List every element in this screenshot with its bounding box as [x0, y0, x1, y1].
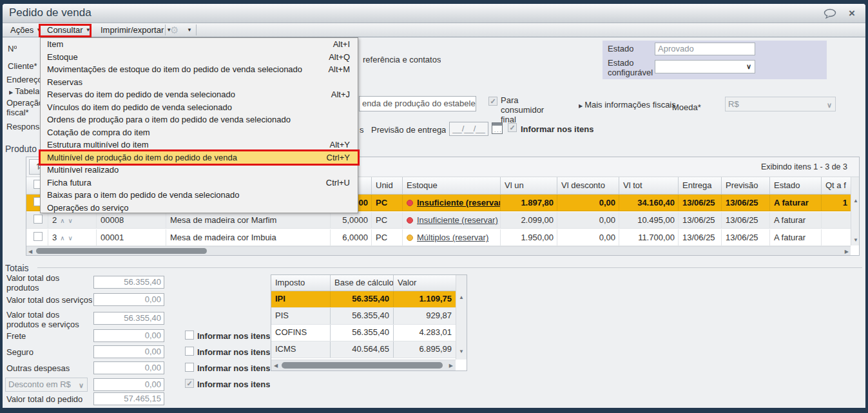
- header-vl-desconto[interactable]: Vl desconto: [557, 177, 619, 194]
- cell-previsao: 13/06/25: [722, 229, 770, 245]
- header-vl-un[interactable]: Vl un: [501, 177, 557, 194]
- scroll-down-icon[interactable]: ▼: [459, 349, 464, 354]
- menu-item[interactable]: Vínculos do item do pedido de venda sele…: [41, 101, 358, 114]
- cell-desc: Mesa de madeira cor Imbuia: [166, 229, 331, 245]
- informar-itens-checkbox-frete[interactable]: [185, 331, 194, 340]
- shortcut: Alt+J: [331, 88, 350, 101]
- settings-caret-button[interactable]: ▼: [180, 24, 196, 36]
- outras-despesas-field[interactable]: 0,00: [93, 361, 164, 374]
- desconto-field[interactable]: 0,00: [93, 378, 164, 391]
- menu-item[interactable]: ItemAlt+I: [41, 38, 358, 51]
- menu-item[interactable]: Reservas do item do pedido de venda sele…: [41, 88, 358, 101]
- menu-item[interactable]: Baixas para o item do pedido de venda se…: [41, 189, 358, 202]
- mais-informacoes-expander[interactable]: ▶Mais informações fiscais: [579, 100, 676, 110]
- header-base-calculo[interactable]: Base de cálculo: [331, 275, 394, 291]
- stock-status-yellow-icon: [407, 235, 413, 241]
- move-down-icon[interactable]: ∨: [68, 235, 73, 242]
- horizontal-scrollbar[interactable]: ◀ ▶: [26, 246, 851, 255]
- informar-itens-checkbox-entrega[interactable]: ✓: [508, 123, 517, 132]
- cell-vl-desconto: 0,00: [557, 229, 619, 245]
- menu-item[interactable]: Reservas: [41, 76, 358, 89]
- menu-item[interactable]: Estrutura multinível do itemAlt+Y: [41, 139, 358, 151]
- header-valor[interactable]: Valor: [394, 275, 456, 291]
- header-previsao[interactable]: Previsão: [722, 177, 770, 194]
- frete-field[interactable]: 0,00: [93, 329, 164, 342]
- informar-itens-checkbox-outras[interactable]: [185, 363, 194, 372]
- valor-total-pedido-field: 57.465,15: [93, 392, 164, 405]
- stock-link[interactable]: Múltiplos (reservar): [417, 233, 488, 242]
- move-down-icon[interactable]: ∨: [68, 217, 73, 224]
- scrollbar-thumb[interactable]: [36, 248, 207, 254]
- header-qt-a-f[interactable]: Qt a f: [822, 177, 851, 194]
- menu-item[interactable]: Movimentações de estoque do item do pedi…: [41, 63, 358, 76]
- scroll-right-icon[interactable]: ▶: [449, 363, 453, 369]
- move-up-icon[interactable]: ∧: [60, 235, 64, 242]
- table-row[interactable]: 3∧∨ 00001 Mesa de madeira cor Imbuia 6,0…: [26, 229, 851, 246]
- scroll-left-icon[interactable]: ◀: [274, 363, 278, 369]
- menu-item[interactable]: Multinível realizado: [41, 164, 358, 177]
- scrollbar-thumb[interactable]: [282, 362, 443, 369]
- menu-item[interactable]: Operações do serviço: [41, 202, 358, 215]
- close-icon[interactable]: ×: [849, 8, 855, 19]
- row-checkbox[interactable]: [34, 232, 43, 241]
- consultar-button[interactable]: Consultar▼: [43, 24, 95, 36]
- valor-total-servicos-field: 0,00: [93, 293, 164, 306]
- vertical-scrollbar[interactable]: ▲ ▼: [456, 275, 467, 360]
- menu-item[interactable]: Cotação de compra do item: [41, 126, 358, 139]
- header-imposto[interactable]: Imposto: [271, 275, 331, 291]
- header-estado[interactable]: Estado: [770, 177, 822, 194]
- stock-link[interactable]: Insuficiente (reservar): [417, 198, 501, 207]
- check-icon: ✓: [186, 379, 192, 387]
- cell-unid: PC: [372, 195, 403, 211]
- cell-qt-a-f: [822, 212, 851, 228]
- horizontal-scrollbar[interactable]: ◀ ▶: [271, 360, 456, 370]
- shortcut: Alt+M: [328, 63, 350, 76]
- informar-itens-label: Informar nos itens: [197, 379, 270, 389]
- seguro-field[interactable]: 0,00: [93, 345, 164, 358]
- chevron-down-icon: ▼: [86, 27, 91, 33]
- scroll-right-icon[interactable]: ▶: [845, 249, 849, 255]
- table-row[interactable]: 2∧∨ 00008 Mesa de madeira cor Marfim 5,0…: [26, 212, 851, 229]
- estado-configuravel-select[interactable]: ∨: [655, 60, 755, 73]
- tax-row[interactable]: IPI 56.355,40 1.109,75: [271, 291, 456, 308]
- imprimir-exportar-button[interactable]: Imprimir/exportar▼: [97, 24, 175, 36]
- comment-icon[interactable]: [823, 8, 837, 21]
- menu-item[interactable]: EstoqueAlt+Q: [41, 51, 358, 64]
- menu-item[interactable]: Ficha futuraCtrl+U: [41, 177, 358, 189]
- tax-row[interactable]: COFINS 56.355,40 4.283,01: [271, 325, 456, 341]
- cell-base: 56.355,40: [331, 325, 394, 341]
- vertical-scrollbar[interactable]: ▲ ▼: [851, 177, 859, 245]
- cell-valor: 6.895,99: [394, 341, 456, 358]
- header-entrega[interactable]: Entrega: [679, 177, 722, 194]
- acoes-button[interactable]: Ações▼: [6, 24, 45, 36]
- row-checkbox[interactable]: [34, 215, 43, 224]
- menu-item[interactable]: Ordens de produção para o item do pedido…: [41, 113, 358, 126]
- tax-row[interactable]: ICMS 40.564,65 6.895,99: [271, 341, 456, 358]
- stock-link[interactable]: Insuficiente (reservar): [417, 215, 498, 225]
- move-up-icon[interactable]: ∧: [60, 217, 64, 224]
- scroll-up-icon[interactable]: ▲: [459, 294, 464, 300]
- producao-field[interactable]: enda de produção do estabelecime: [359, 96, 476, 111]
- tax-row[interactable]: PIS 56.355,40 929,87: [271, 308, 456, 325]
- informar-itens-label: Informar nos itens: [197, 331, 270, 341]
- scroll-left-icon[interactable]: ◀: [28, 249, 32, 255]
- scroll-down-icon[interactable]: ▼: [853, 237, 858, 243]
- valor-total-produtos-servicos-field: 56.355,40: [93, 312, 164, 325]
- header-vl-tot[interactable]: Vl tot: [619, 177, 679, 194]
- cell-vl-un: 1.950,00: [501, 229, 557, 245]
- informar-itens-checkbox-seguro[interactable]: [185, 347, 194, 356]
- para-consumidor-checkbox[interactable]: ✓: [488, 97, 497, 106]
- menu-item-highlighted[interactable]: Multinível de produção do item do pedido…: [41, 151, 358, 164]
- previsao-entrega-field[interactable]: __/__/__: [449, 122, 488, 136]
- informar-itens-checkbox-desconto[interactable]: ✓: [185, 379, 194, 388]
- chevron-down-icon: ∨: [827, 99, 832, 112]
- calendar-icon[interactable]: ...: [492, 122, 503, 134]
- scroll-up-icon[interactable]: ▲: [853, 198, 858, 204]
- shortcut: Alt+Y: [330, 139, 350, 151]
- cell-imposto: IPI: [271, 291, 331, 307]
- previsao-entrega-label: Previsão de entrega: [371, 125, 446, 135]
- header-estoque[interactable]: Estoque: [403, 177, 501, 194]
- header-unid[interactable]: Unid: [372, 177, 403, 194]
- tabela-expander[interactable]: ▶Tabela: [9, 86, 39, 96]
- cell-entrega: 13/06/25: [679, 229, 722, 245]
